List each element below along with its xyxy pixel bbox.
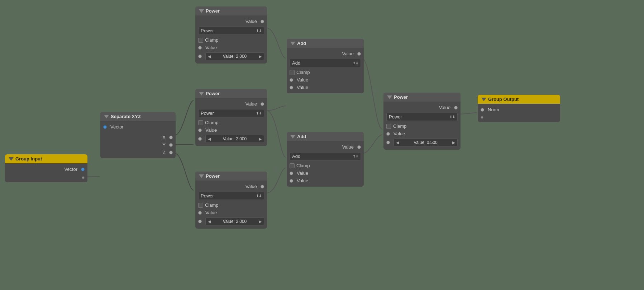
group-output-extra-row xyxy=(481,115,557,120)
collapse-triangle-add-bot[interactable] xyxy=(290,135,295,139)
separate-xyz-y-row: Y xyxy=(103,141,173,149)
collapse-triangle-add-top[interactable] xyxy=(290,42,295,45)
power-final-dropdown[interactable]: Power ⬆⬇ xyxy=(386,113,458,121)
power-top-slider-row: ◀ Value: 2.000 ▶ xyxy=(198,51,264,61)
separate-xyz-z-socket[interactable] xyxy=(169,151,173,154)
power-top-slider-socket[interactable] xyxy=(198,55,202,58)
power-mid-value-slider[interactable]: ◀ Value: 2.000 ▶ xyxy=(205,135,264,143)
power-mid-output-row: Value xyxy=(198,100,264,108)
power-bot-value-slider[interactable]: ◀ Value: 2.000 ▶ xyxy=(205,218,264,225)
collapse-triangle-separate-xyz[interactable] xyxy=(104,115,109,118)
add-top-input2-socket[interactable] xyxy=(290,86,293,89)
power-top-value-label: Value xyxy=(245,19,257,24)
group-output-title: Group Output xyxy=(488,97,519,102)
add-bot-output-socket[interactable] xyxy=(357,145,361,149)
add-bot-header: Add xyxy=(287,132,364,141)
power-top-input-socket[interactable] xyxy=(198,46,202,50)
power-bot-dropdown[interactable]: Power ⬆⬇ xyxy=(198,192,264,200)
add-top-title: Add xyxy=(297,41,306,46)
power-mid-dropdown[interactable]: Power ⬆⬇ xyxy=(198,109,264,117)
power-top-output-socket[interactable] xyxy=(261,20,264,23)
add-bot-input1-socket[interactable] xyxy=(290,172,293,175)
power-mid-clamp-label: Clamp xyxy=(205,120,219,125)
add-top-node: Add Value Add ⬆⬇ Clamp Value xyxy=(287,39,364,93)
power-bot-output-socket[interactable] xyxy=(261,185,264,188)
power-mid-clamp-checkbox[interactable] xyxy=(198,120,203,125)
power-top-dropdown-row: Power ⬆⬇ xyxy=(198,27,264,35)
separate-xyz-y-label: Y xyxy=(162,142,166,148)
power-top-clamp-row: Clamp xyxy=(198,36,264,44)
separate-xyz-y-socket[interactable] xyxy=(169,143,173,147)
add-top-input1-row: Value xyxy=(290,76,361,84)
power-top-dropdown[interactable]: Power ⬆⬇ xyxy=(198,27,264,35)
add-bot-input2-socket[interactable] xyxy=(290,179,293,183)
power-bot-output-row: Value xyxy=(198,183,264,190)
add-bot-dropdown[interactable]: Add ⬆⬇ xyxy=(290,152,361,160)
add-top-output-socket[interactable] xyxy=(357,52,361,56)
add-bot-clamp-label: Clamp xyxy=(296,163,310,168)
power-mid-dropdown-row: Power ⬆⬇ xyxy=(198,109,264,117)
power-final-slider-socket[interactable] xyxy=(386,141,390,144)
power-final-value-label: Value xyxy=(439,105,450,110)
power-top-value-slider[interactable]: ◀ Value: 2.000 ▶ xyxy=(205,52,264,60)
power-mid-title: Power xyxy=(206,91,220,96)
add-bot-clamp-checkbox[interactable] xyxy=(290,163,295,168)
group-output-node: Group Output Norm xyxy=(478,95,560,122)
power-final-arrow-left: ◀ xyxy=(396,140,399,145)
add-bot-dropdown-row: Add ⬆⬇ xyxy=(290,152,361,160)
add-bot-node: Add Value Add ⬆⬇ Clamp Value xyxy=(287,132,364,187)
add-top-output-row: Value xyxy=(290,50,361,57)
collapse-triangle-group-input[interactable] xyxy=(9,157,14,161)
power-bot-input-label: Value xyxy=(205,210,217,215)
add-top-dropdown[interactable]: Add ⬆⬇ xyxy=(290,59,361,67)
power-mid-input-socket[interactable] xyxy=(198,128,202,132)
collapse-triangle-power-mid[interactable] xyxy=(199,92,204,95)
power-bot-input-value-row: Value xyxy=(198,209,264,216)
power-bot-slider-socket[interactable] xyxy=(198,220,202,223)
group-output-norm-socket[interactable] xyxy=(481,108,484,112)
separate-xyz-x-socket[interactable] xyxy=(169,136,173,139)
collapse-triangle-group-output[interactable] xyxy=(481,98,486,101)
power-final-clamp-checkbox[interactable] xyxy=(386,124,391,129)
separate-xyz-header: Separate XYZ xyxy=(100,112,176,121)
separate-xyz-vector-label: Vector xyxy=(110,124,124,130)
collapse-triangle-power-final[interactable] xyxy=(387,95,392,99)
separate-xyz-x-label: X xyxy=(162,135,166,140)
add-top-input2-row: Value xyxy=(290,84,361,91)
power-bot-clamp-checkbox[interactable] xyxy=(198,203,203,208)
power-top-input-label: Value xyxy=(205,45,217,50)
power-top-value-display: Value: 2.000 xyxy=(223,54,247,59)
separate-xyz-vector-socket[interactable] xyxy=(103,125,107,129)
power-mid-dropdown-label: Power xyxy=(201,111,214,116)
power-final-input-socket[interactable] xyxy=(386,132,390,136)
power-final-value-slider[interactable]: ◀ Value: 0.500 ▶ xyxy=(393,139,458,146)
power-final-slider-row: ◀ Value: 0.500 ▶ xyxy=(386,137,458,148)
power-mid-slider-socket[interactable] xyxy=(198,137,202,141)
add-top-input1-label: Value xyxy=(297,77,308,83)
power-bot-input-socket[interactable] xyxy=(198,211,202,215)
power-top-input-value-row: Value xyxy=(198,44,264,51)
add-bot-dropdown-arrows: ⬆⬇ xyxy=(353,154,358,158)
power-final-dropdown-arrows: ⬆⬇ xyxy=(449,115,455,119)
power-top-clamp-checkbox[interactable] xyxy=(198,38,203,43)
add-top-dropdown-label: Add xyxy=(292,60,300,66)
separate-xyz-vector-row: Vector xyxy=(103,123,173,131)
add-top-clamp-checkbox[interactable] xyxy=(290,70,295,75)
group-input-bottom-row xyxy=(8,175,85,180)
collapse-triangle-power-bot[interactable] xyxy=(199,174,204,178)
power-final-output-socket[interactable] xyxy=(454,106,458,109)
power-bot-dropdown-row: Power ⬆⬇ xyxy=(198,192,264,200)
add-top-input2-label: Value xyxy=(297,85,308,90)
power-bot-dropdown-label: Power xyxy=(201,193,214,198)
power-bot-title: Power xyxy=(206,173,220,179)
group-input-vector-socket[interactable] xyxy=(81,168,85,171)
power-mid-output-socket[interactable] xyxy=(261,102,264,106)
power-final-header: Power xyxy=(383,93,461,102)
add-top-input1-socket[interactable] xyxy=(290,78,293,82)
add-bot-input2-label: Value xyxy=(297,178,308,183)
power-mid-input-label: Value xyxy=(205,127,217,133)
power-top-clamp-label: Clamp xyxy=(205,37,219,43)
power-mid-value-label: Value xyxy=(245,101,257,107)
power-mid-node: Power Value Power ⬆⬇ Clamp Value xyxy=(195,89,267,146)
collapse-triangle-power-top[interactable] xyxy=(199,9,204,13)
